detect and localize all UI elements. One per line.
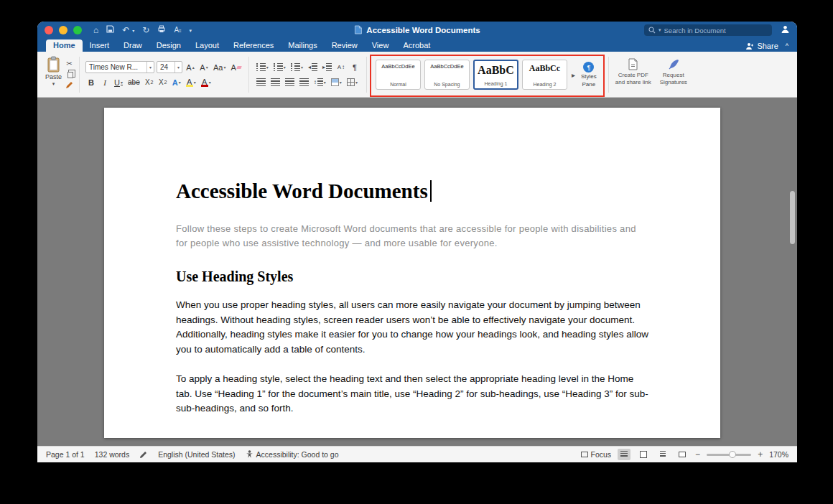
font-name-combo[interactable]: Times New R... ▾ [85, 61, 154, 73]
font-group: Times New R... ▾ 24 ▾ A▴ A▾ Aa▾ A B I U▾… [84, 54, 244, 95]
zoom-window-button[interactable] [73, 26, 82, 34]
tab-view[interactable]: View [365, 39, 396, 52]
word-count[interactable]: 132 words [95, 450, 129, 459]
copy-icon[interactable] [68, 72, 73, 78]
print-icon[interactable] [157, 25, 166, 35]
clear-formatting-button[interactable]: A [230, 61, 243, 73]
language-indicator[interactable]: English (United States) [158, 450, 235, 459]
draft-view-button[interactable] [676, 449, 689, 460]
zoom-level[interactable]: 170% [769, 450, 788, 459]
highlight-button[interactable]: A▾ [185, 76, 197, 88]
presenter-icon[interactable] [781, 24, 790, 37]
search-input[interactable] [664, 27, 768, 34]
paste-button[interactable]: Paste ▾ [43, 54, 64, 95]
superscript-button[interactable]: X2 [157, 76, 169, 88]
underline-button[interactable]: U▾ [113, 76, 124, 88]
print-layout-view-button[interactable] [618, 449, 630, 460]
cut-icon[interactable]: ✂ [66, 60, 72, 67]
page-indicator[interactable]: Page 1 of 1 [46, 450, 85, 459]
share-button[interactable]: Share [745, 42, 778, 50]
increase-indent-button[interactable]: ▸ [321, 61, 333, 73]
styles-pane-button[interactable]: ¶ Styles Pane [580, 62, 598, 87]
line-spacing-button[interactable]: ↕▾ [312, 76, 327, 88]
document-paragraph-1: When you use proper heading styles, all … [176, 298, 648, 357]
font-color-button[interactable]: A▾ [200, 76, 213, 88]
accessibility-status[interactable]: Accessibility: Good to go [246, 450, 339, 459]
change-case-button[interactable]: Aa▾ [212, 61, 227, 73]
tab-design[interactable]: Design [149, 39, 188, 52]
style-card-normal[interactable]: AaBbCcDdEe Normal [376, 60, 421, 90]
show-paragraph-marks-button[interactable]: ¶ [349, 61, 360, 73]
proofing-icon[interactable] [139, 451, 148, 459]
document-area: Accessible Word Documents Follow these s… [37, 98, 797, 446]
tab-acrobat[interactable]: Acrobat [396, 39, 437, 52]
document-icon [354, 25, 362, 36]
tab-layout[interactable]: Layout [188, 39, 226, 52]
italic-button[interactable]: I [99, 76, 111, 88]
bold-button[interactable]: B [85, 76, 97, 88]
paste-dropdown-icon[interactable]: ▾ [52, 81, 55, 87]
chevron-down-icon[interactable]: ▾ [146, 62, 154, 73]
tab-home[interactable]: Home [46, 39, 83, 52]
tab-references[interactable]: References [226, 39, 281, 52]
align-right-button[interactable] [284, 76, 296, 88]
undo-dropdown-icon[interactable]: ▾ [132, 28, 134, 33]
minimize-window-button[interactable] [59, 26, 68, 34]
style-card-no-spacing[interactable]: AaBbCcDdEe No Spacing [424, 60, 470, 90]
eraser-icon [236, 66, 241, 69]
font-size-combo[interactable]: 24 ▾ [157, 61, 182, 73]
tab-mailings[interactable]: Mailings [281, 39, 324, 52]
search-icon [648, 24, 656, 37]
justify-button[interactable] [298, 76, 310, 88]
text-effects-button[interactable]: A▾ [171, 76, 182, 88]
tab-draw[interactable]: Draw [116, 39, 149, 52]
quill-icon [667, 58, 679, 70]
vertical-scrollbar-thumb[interactable] [790, 191, 795, 244]
title-bar: ⌂ ↶ ▾ ↻ A≡ ▾ Accessible Word Documents ▾ [37, 22, 797, 39]
styles-pane-icon: ¶ [583, 62, 594, 73]
redo-icon[interactable]: ↻ [142, 26, 149, 34]
bullets-button[interactable]: ▾ [255, 61, 270, 73]
toolbar-options-icon[interactable]: ▾ [190, 28, 192, 33]
document-intro-paragraph: Follow these steps to create Microsoft W… [176, 222, 643, 250]
tab-review[interactable]: Review [325, 39, 365, 52]
web-layout-view-button[interactable] [637, 449, 650, 460]
grow-font-button[interactable]: A▴ [185, 61, 196, 73]
style-card-heading2[interactable]: AaBbCc Heading 2 [522, 60, 567, 90]
chevron-down-icon[interactable]: ▾ [174, 62, 182, 73]
style-card-heading1[interactable]: AaBbC Heading 1 [473, 60, 518, 90]
styles-gallery-more-icon[interactable]: ▸ [571, 71, 576, 79]
strikethrough-button[interactable]: abe [126, 76, 141, 88]
zoom-slider[interactable] [707, 454, 751, 456]
autoformat-icon[interactable]: A≡ [174, 27, 181, 34]
focus-mode-button[interactable]: Focus [581, 450, 612, 459]
save-icon[interactable] [106, 25, 114, 35]
search-box[interactable]: ▾ [644, 24, 772, 36]
zoom-in-button[interactable]: + [758, 449, 763, 459]
document-page[interactable]: Accessible Word Documents Follow these s… [104, 108, 720, 438]
align-left-button[interactable] [255, 76, 267, 88]
collapse-ribbon-icon[interactable]: ^ [786, 42, 788, 50]
zoom-out-button[interactable]: − [695, 449, 700, 459]
zoom-slider-knob[interactable] [729, 451, 736, 458]
multilevel-list-button[interactable]: ▾ [289, 61, 304, 73]
search-scope-dropdown-icon[interactable]: ▾ [659, 27, 661, 33]
shading-button[interactable]: ▾ [330, 76, 343, 88]
decrease-indent-button[interactable]: ◂ [307, 61, 319, 73]
create-pdf-button[interactable]: Create PDFand share link [613, 54, 653, 95]
shrink-font-button[interactable]: A▾ [198, 61, 210, 73]
close-window-button[interactable] [45, 26, 53, 34]
home-icon[interactable]: ⌂ [93, 26, 98, 34]
paragraph-group: ▾ ▾ ▾ ◂ ▸ A↕ ¶ ↕▾ ▾ ▾ [253, 54, 362, 95]
undo-icon[interactable]: ↶ [122, 26, 129, 34]
request-signatures-button[interactable]: RequestSignatures [653, 54, 694, 95]
tab-insert[interactable]: Insert [83, 39, 117, 52]
sort-button[interactable]: A↕ [335, 61, 347, 73]
borders-button[interactable]: ▾ [345, 76, 359, 88]
outline-view-button[interactable] [656, 449, 669, 460]
numbering-button[interactable]: ▾ [272, 61, 287, 73]
subscript-button[interactable]: X2 [144, 76, 155, 88]
document-heading2: Use Heading Styles [176, 269, 648, 285]
align-center-button[interactable] [269, 76, 281, 88]
format-painter-icon[interactable] [65, 81, 73, 90]
